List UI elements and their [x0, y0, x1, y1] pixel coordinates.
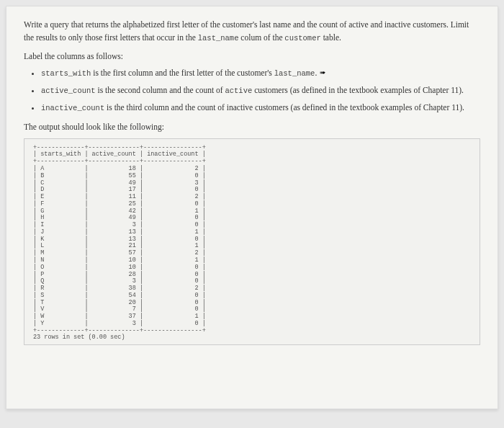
- intro-paragraph: Write a query that returns the alphabeti…: [24, 18, 480, 45]
- output-box: +-------------+--------------+----------…: [24, 138, 480, 345]
- code-lastname: last_name: [198, 34, 239, 43]
- bullet-text: is the second column and the count of: [96, 86, 225, 94]
- bullet-list: starts_with is the first column and the …: [24, 66, 480, 115]
- bullet-item: inactive_count is the third column and t…: [41, 101, 480, 115]
- bullet-item: active_count is the second column and th…: [41, 84, 480, 98]
- code-customer: customer: [284, 34, 320, 43]
- document-page: Write a query that returns the alphabeti…: [6, 6, 498, 409]
- bullet-tail: .: [315, 68, 317, 77]
- intro-text-post: table.: [321, 33, 341, 42]
- code-active: active: [225, 86, 252, 95]
- code-startswith: starts_with: [41, 69, 91, 78]
- ascii-table: +-------------+--------------+----------…: [33, 145, 471, 342]
- cursor-icon: ➠: [320, 66, 325, 79]
- bullet-item: starts_with is the first column and the …: [41, 66, 480, 81]
- label-heading: Label the columns as follows:: [24, 52, 480, 61]
- intro-text-mid: colum of the: [238, 33, 284, 42]
- code-inactivecount: inactive_count: [41, 104, 104, 112]
- bullet-tail: customers (as defined in the textbook ex…: [252, 86, 464, 94]
- code-activecount: active_count: [41, 86, 96, 95]
- code-lastname2: last_name: [274, 69, 315, 78]
- output-label: The output should look like the followin…: [24, 122, 480, 131]
- bullet-text: is the third column and the count of ina…: [104, 103, 464, 112]
- bullet-text: is the first column and the first letter…: [91, 68, 274, 77]
